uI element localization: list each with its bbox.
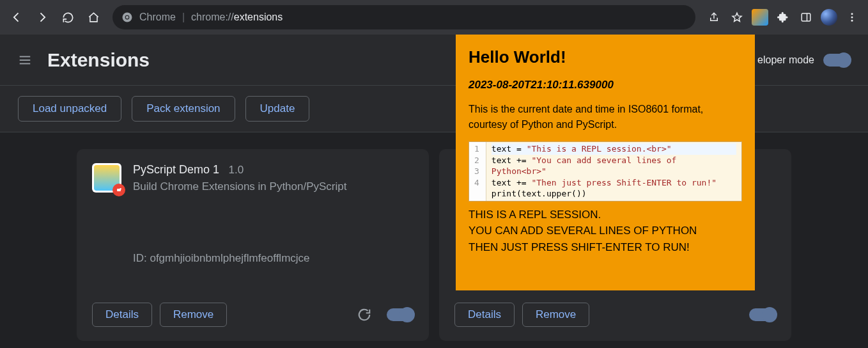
developer-mode-toggle[interactable] (823, 54, 850, 67)
load-unpacked-button[interactable]: Load unpacked (18, 96, 121, 122)
svg-point-12 (120, 188, 121, 190)
extensions-icon[interactable] (772, 6, 794, 28)
omnibox-url-path: extensions (234, 12, 283, 22)
extension-id: ID: ofgmhjioibnbmlphejflmfeofflmcjce (133, 252, 414, 265)
code-lines: text = "This is a REPL session.<br>" tex… (486, 142, 741, 201)
bookmark-icon[interactable] (726, 6, 748, 28)
svg-point-5 (851, 13, 853, 15)
extension-version: 1.0 (229, 164, 244, 176)
popup-title: Hello World! (469, 47, 742, 67)
extension-toggle[interactable] (749, 308, 776, 321)
extension-description: Build Chrome Extensions in Python/PyScri… (133, 180, 414, 193)
browser-toolbar-right (703, 6, 863, 28)
remove-button[interactable]: Remove (522, 303, 589, 327)
menu-icon[interactable] (841, 6, 863, 28)
omnibox-separator: | (182, 12, 185, 23)
address-bar[interactable]: Chrome | chrome://extensions (112, 5, 695, 29)
developer-mode: eloper mode (757, 54, 850, 67)
svg-point-2 (126, 16, 129, 19)
crashed-icon (112, 184, 125, 196)
browser-toolbar: Chrome | chrome://extensions (0, 0, 868, 35)
reload-button[interactable] (56, 6, 79, 29)
repl-output: THIS IS A REPL SESSION. YOU CAN ADD SEVE… (469, 207, 742, 256)
hamburger-icon[interactable] (18, 53, 32, 67)
extension-name: PyScript Demo 1 (133, 163, 219, 176)
code-gutter: 1 2 3 4 (469, 142, 486, 201)
pack-extension-button[interactable]: Pack extension (132, 96, 235, 122)
omnibox-url-prefix: chrome:// (191, 12, 234, 22)
remove-button[interactable]: Remove (160, 303, 227, 327)
popup-timestamp: 2023-08-20T21:10:11.639000 (469, 79, 742, 91)
forward-button[interactable] (31, 6, 54, 29)
profile-avatar[interactable] (818, 6, 840, 28)
developer-mode-label: eloper mode (757, 54, 814, 66)
details-button[interactable]: Details (454, 303, 515, 327)
popup-body: This is the current date and time in ISO… (469, 102, 742, 132)
extension-popup: Hello World! 2023-08-20T21:10:11.639000 … (456, 35, 755, 290)
details-button[interactable]: Details (92, 303, 152, 327)
extension-card: PyScript Demo 1 1.0 Build Chrome Extensi… (77, 149, 429, 341)
svg-point-7 (851, 20, 853, 22)
share-icon[interactable] (703, 6, 725, 28)
svg-rect-3 (802, 13, 810, 21)
reload-extension-icon[interactable] (357, 308, 371, 322)
extension-icon (92, 163, 121, 193)
update-button[interactable]: Update (245, 96, 310, 122)
svg-point-6 (851, 17, 853, 19)
page-title: Extensions (47, 49, 150, 71)
repl-editor[interactable]: 1 2 3 4 text = "This is a REPL session.<… (469, 141, 742, 202)
extension-badge[interactable] (749, 6, 771, 28)
extension-toggle[interactable] (387, 308, 414, 321)
sidepanel-icon[interactable] (795, 6, 817, 28)
chrome-icon (121, 12, 133, 23)
back-button[interactable] (5, 6, 28, 29)
omnibox-product: Chrome (139, 12, 176, 23)
home-button[interactable] (82, 6, 105, 29)
